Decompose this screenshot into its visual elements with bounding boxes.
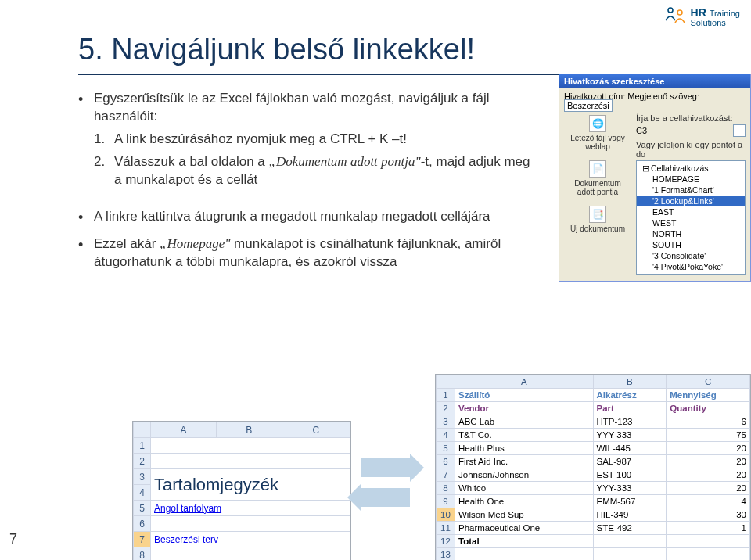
cell[interactable]: ABC Lab — [455, 415, 594, 429]
cell[interactable]: Whitco — [455, 482, 594, 495]
opt-existing-file[interactable]: 🌐Létező fájl vagy weblap — [564, 113, 631, 153]
col-header[interactable]: A — [455, 375, 594, 389]
cell[interactable]: T&T Co. — [455, 429, 594, 442]
step-2: 2.Válasszuk a bal oldalon a „Dokumentum … — [94, 153, 532, 189]
row-header[interactable]: 5 — [437, 442, 455, 455]
cell[interactable]: 6 — [667, 415, 750, 429]
corner-cell[interactable] — [134, 422, 151, 438]
row-header[interactable]: 13 — [437, 548, 455, 561]
row-header[interactable]: 8 — [437, 482, 455, 495]
cell[interactable] — [593, 535, 667, 548]
row-header[interactable]: 3 — [134, 469, 151, 485]
row-header[interactable]: 2 — [134, 454, 151, 469]
cell[interactable]: EMM-567 — [593, 495, 667, 508]
cell[interactable]: 20 — [667, 455, 750, 468]
tree-item[interactable]: NORTH — [637, 228, 745, 239]
row-header[interactable]: 10 — [437, 508, 455, 522]
bullet-1-text: Egyszerűsítsük le az Excel fájlokban val… — [94, 91, 490, 124]
row-header[interactable]: 1 — [437, 389, 455, 402]
cell[interactable]: 20 — [667, 442, 750, 455]
tree-item[interactable]: HOMEPAGE — [637, 174, 745, 185]
cell[interactable] — [455, 548, 594, 561]
cell[interactable]: SAL-987 — [593, 455, 667, 468]
cell[interactable]: Alkatrész — [593, 389, 667, 402]
cell[interactable] — [151, 438, 350, 454]
cell[interactable]: Szállító — [455, 389, 594, 402]
opt-new-doc[interactable]: 📑Új dokumentum — [564, 204, 631, 235]
cell[interactable]: Johnson/Johnson — [455, 468, 594, 482]
row-header[interactable]: 4 — [134, 485, 151, 501]
cell[interactable]: Health Plus — [455, 442, 594, 455]
row-header[interactable]: 2 — [437, 402, 455, 415]
cell[interactable]: 20 — [667, 468, 750, 482]
row-header[interactable]: 9 — [437, 495, 455, 508]
row-header[interactable]: 6 — [134, 516, 151, 532]
cell[interactable]: STE-492 — [593, 522, 667, 535]
cell[interactable]: 75 — [667, 429, 750, 442]
opt-place-in-doc[interactable]: 📄Dokumentum adott pontja — [564, 159, 631, 198]
row-header[interactable]: 12 — [437, 535, 455, 548]
cell[interactable]: Quantity — [667, 402, 750, 415]
content-block: Egyszerűsítsük le az Excel fájlokban val… — [78, 90, 532, 281]
cell[interactable] — [151, 516, 350, 532]
corner-cell[interactable] — [437, 375, 455, 389]
cell[interactable] — [151, 454, 350, 469]
cell[interactable]: EST-100 — [593, 468, 667, 482]
dialog-typeref-label: Írja be a cellahivatkozást: — [636, 113, 746, 123]
range-picker-icon[interactable] — [733, 124, 746, 137]
row-header[interactable]: 4 — [437, 429, 455, 442]
cell[interactable]: 1 — [667, 522, 750, 535]
col-header[interactable]: C — [667, 375, 750, 389]
row-header[interactable]: 8 — [134, 547, 151, 561]
dialog-cellref-input[interactable]: C3 — [636, 126, 730, 135]
tree-item[interactable]: EAST — [637, 206, 745, 217]
tree-item[interactable]: '1 Format&Chart' — [637, 185, 745, 196]
col-header[interactable]: C — [282, 422, 350, 438]
cell[interactable]: Pharmaceutical One — [455, 522, 594, 535]
tree-item-selected[interactable]: '2 Lookup&Links' — [637, 196, 745, 206]
row-header[interactable]: 1 — [134, 438, 151, 454]
cell[interactable]: YYY-333 — [593, 482, 667, 495]
col-header[interactable]: B — [593, 375, 667, 389]
toc-spreadsheet: A B C 1 2 3Tartalomjegyzék 4 5Angol tanf… — [132, 421, 351, 560]
cell[interactable]: Wilson Med Sup — [455, 508, 594, 522]
dialog-display-value[interactable]: Beszerzési — [564, 99, 613, 112]
cell[interactable]: YYY-333 — [593, 429, 667, 442]
col-header[interactable]: B — [216, 422, 282, 438]
tree-item[interactable]: '3 Consolidate' — [637, 250, 745, 261]
row-header[interactable]: 11 — [437, 522, 455, 535]
cell[interactable]: HTP-123 — [593, 415, 667, 429]
row-header[interactable]: 6 — [437, 455, 455, 468]
cell[interactable]: 4 — [667, 495, 750, 508]
row-header[interactable]: 3 — [437, 415, 455, 429]
cell[interactable]: HIL-349 — [593, 508, 667, 522]
total-cell[interactable]: Total — [455, 535, 594, 548]
tree-item[interactable]: WEST — [637, 217, 745, 228]
toc-link-1[interactable]: Angol tanfolyam — [154, 503, 221, 514]
tree-item[interactable]: '4 Pivot&PokaYoke' — [637, 261, 745, 272]
cell[interactable] — [151, 547, 350, 561]
row-header[interactable]: 7 — [437, 468, 455, 482]
cell[interactable]: Mennyiség — [667, 389, 750, 402]
row-header[interactable]: 7 — [134, 532, 151, 547]
cell[interactable]: WIL-445 — [593, 442, 667, 455]
cell[interactable]: Part — [593, 402, 667, 415]
cell[interactable]: 20 — [667, 482, 750, 495]
cell[interactable]: Health One — [455, 495, 594, 508]
cell[interactable] — [667, 535, 750, 548]
cell[interactable]: First Aid Inc. — [455, 455, 594, 468]
toc-link-2[interactable]: Beszerzési terv — [154, 534, 218, 545]
dialog-sheet-tree[interactable]: ⊟Cellahivatkozás HOMEPAGE '1 Format&Char… — [636, 160, 746, 275]
tree-group[interactable]: ⊟Cellahivatkozás — [637, 163, 745, 174]
toc-link-cell[interactable]: Angol tanfolyam — [151, 501, 350, 516]
cell[interactable]: Vendor — [455, 402, 594, 415]
cell[interactable] — [593, 548, 667, 561]
col-header[interactable]: A — [151, 422, 217, 438]
toc-link-cell[interactable]: Beszerzési terv — [151, 532, 350, 547]
row-header[interactable]: 5 — [134, 501, 151, 516]
cell[interactable]: 30 — [667, 508, 750, 522]
cell[interactable] — [667, 548, 750, 561]
toc-title-cell[interactable]: Tartalomjegyzék — [151, 469, 350, 501]
dialog-title: Hivatkozás szerkesztése — [559, 74, 750, 88]
tree-item[interactable]: SOUTH — [637, 239, 745, 250]
